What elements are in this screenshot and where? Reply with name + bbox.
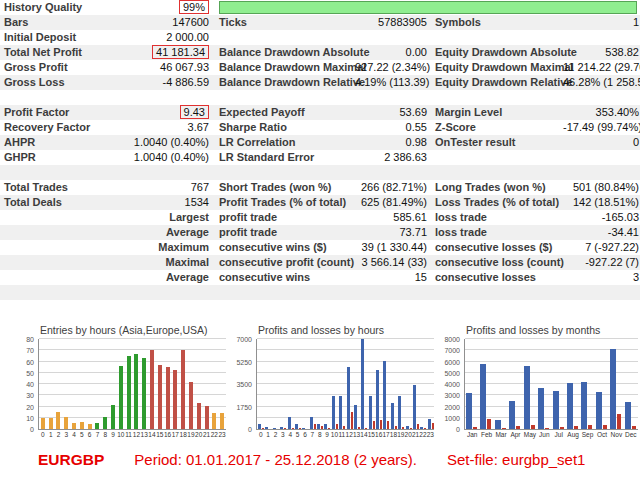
symbol-label: EURGBP (38, 451, 104, 469)
bar (119, 366, 123, 429)
bar-profit (581, 382, 587, 429)
bar (181, 350, 185, 429)
gridline (257, 417, 434, 418)
plot-area (38, 339, 226, 430)
bar-loss (284, 428, 286, 429)
bar-profit (354, 405, 357, 429)
bar-profit (265, 427, 268, 429)
stat-label: OnTester result (435, 135, 563, 150)
x-tick-label: Jun (539, 431, 549, 438)
stats-row: Averageconsecutive wins15consecutive los… (0, 270, 640, 285)
x-tick-label: 15 (156, 431, 163, 438)
spacer (209, 45, 219, 60)
bar-profit (361, 339, 364, 429)
stat-value: 927.22 (2.34%) (355, 60, 427, 75)
stat-label: consecutive losses ($) (435, 240, 563, 255)
y-tick-label: 40 (26, 381, 34, 388)
bar-loss (502, 428, 506, 429)
bar-profit (413, 385, 416, 429)
stat-value: Average (112, 270, 209, 285)
stat-value (112, 285, 209, 300)
stat-label: consecutive wins (219, 270, 355, 285)
x-tick-label: 15 (368, 431, 375, 438)
stats-row: AHPR1.0040 (0.40%)LR Correlation0.98OnTe… (0, 135, 640, 150)
stats-row: Bars147600Ticks57883905Symbols1 (0, 15, 640, 30)
x-tick-label: Nov (611, 431, 623, 438)
spacer (209, 15, 219, 30)
bar-loss (545, 428, 549, 429)
stat-label (4, 285, 112, 300)
x-tick-label: 23 (427, 431, 434, 438)
bar-loss (473, 427, 477, 429)
stat-label: Total Net Profit (4, 45, 112, 60)
stats-row: Averageprofit trade73.71loss trade-34.41 (0, 225, 640, 240)
stats-row: Gross Profit46 067.93Balance Drawdown Ma… (0, 60, 640, 75)
chart-body: 01020304050607080 (14, 339, 226, 430)
chart-body: 010002000300040005000600070008000 (440, 339, 638, 430)
stats-row (0, 285, 640, 300)
stat-label: AHPR (4, 135, 112, 150)
stat-value: -165.03 (563, 210, 639, 225)
plot-area (256, 339, 434, 430)
stat-value: 501 (80.84%) (563, 180, 639, 195)
bar (220, 413, 224, 429)
bar-loss (632, 426, 636, 429)
y-tick-label: 2000 (444, 404, 460, 411)
gridline (257, 372, 434, 373)
stat-label: LR Standard Error (219, 150, 355, 165)
stat-label: Initial Deposit (4, 30, 112, 45)
spacer (209, 0, 219, 15)
stat-label: Expected Payoff (219, 105, 355, 120)
stat-label: Balance Drawdown Relative (219, 75, 355, 90)
stat-value: 3 (563, 270, 639, 285)
stat-value (355, 285, 427, 300)
bar-loss (432, 423, 434, 429)
spacer (427, 60, 435, 75)
y-axis-labels: 01750350052507000 (232, 339, 256, 429)
bar-loss (395, 426, 397, 429)
bar-profit (295, 424, 298, 429)
y-tick-label: 5250 (236, 359, 252, 366)
x-tick-label: Sep (582, 431, 594, 438)
y-axis-labels: 01020304050607080 (14, 339, 38, 429)
period-label: Period: 01.01.2017 - 25.12.2018 (2 years… (134, 451, 417, 468)
x-tick-label: 6 (303, 431, 307, 438)
bar-profit (495, 420, 501, 429)
spacer (427, 285, 435, 300)
x-tick-label: 18 (390, 431, 397, 438)
bar-profit (420, 427, 423, 429)
bar-loss (380, 420, 382, 429)
y-tick-label: 1000 (444, 415, 460, 422)
bar (72, 423, 76, 429)
spacer (209, 60, 219, 75)
stat-value: 46 067.93 (112, 60, 209, 75)
stat-value: 625 (81.49%) (355, 195, 427, 210)
chart-title: Profits and losses by hours (258, 324, 434, 339)
stat-value: Maximal (112, 255, 209, 270)
stat-label: loss trade (435, 225, 563, 240)
stat-value: 1 (563, 15, 639, 30)
stats-row: GHPR1.0040 (0.40%)LR Standard Error2 386… (0, 150, 640, 165)
bar-profit (466, 393, 472, 429)
stat-label (4, 240, 112, 255)
x-tick-label: 18 (180, 431, 187, 438)
y-tick-label: 20 (26, 404, 34, 411)
stat-label (4, 165, 112, 180)
x-tick-label: 20 (195, 431, 202, 438)
spacer (209, 270, 219, 285)
bar (64, 417, 68, 429)
bar-loss (617, 414, 621, 429)
x-tick-label: Aug (567, 431, 579, 438)
x-tick-label: 8 (318, 431, 322, 438)
stat-value: 11 214.22 (29.70%) (563, 60, 639, 75)
stat-label: Ticks (219, 15, 355, 30)
spacer (427, 120, 435, 135)
spacer (427, 75, 435, 90)
spacer (209, 225, 219, 240)
gridline (257, 349, 434, 350)
stat-label: profit trade (219, 210, 355, 225)
x-tick-label: 16 (375, 431, 382, 438)
bar (95, 423, 99, 429)
bar-loss (588, 425, 592, 429)
bar-loss (417, 424, 419, 429)
